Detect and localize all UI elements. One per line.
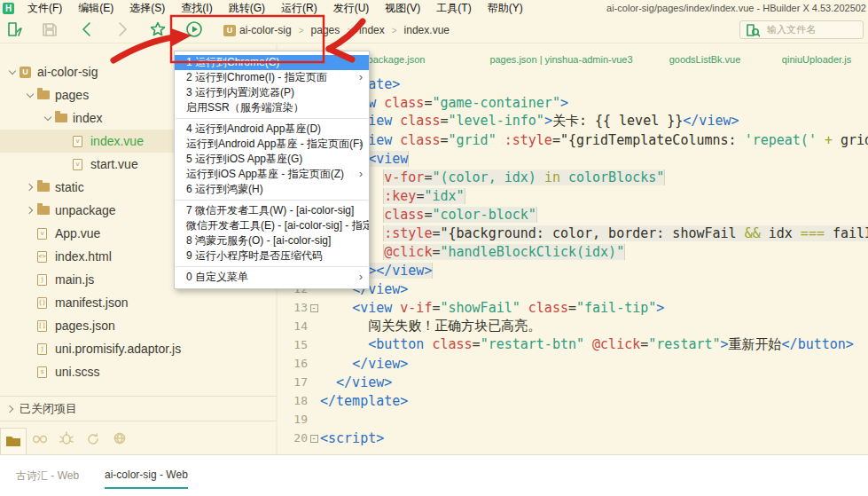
- forward-button[interactable]: [113, 20, 131, 38]
- chevron-right-icon: [4, 406, 18, 412]
- editor-tab[interactable]: pages.json | yinshua-admin-vue3: [481, 44, 642, 75]
- uniapp-project-icon[interactable]: U: [223, 25, 236, 36]
- menubar-item[interactable]: 视图(V): [377, 0, 428, 16]
- run-menu-item[interactable]: 5 运行到iOS App基座(G): [175, 152, 369, 167]
- code-line: 20-<script>: [279, 429, 868, 447]
- history-view-button[interactable]: [80, 431, 106, 445]
- chevron-down-icon[interactable]: [5, 71, 20, 74]
- run-menu-item[interactable]: 运行到iOS App基座 - 指定页面(Z)›: [175, 167, 369, 182]
- editor-tab[interactable]: goodsListBk.vue: [661, 44, 749, 75]
- run-play-icon: [185, 20, 203, 38]
- menubar-item[interactable]: 查找(I): [173, 0, 220, 16]
- run-menu-item[interactable]: 1 运行到Chrome(C): [175, 55, 369, 70]
- highlight-box: <view: [368, 151, 408, 167]
- sidebar-icon-strip: [0, 422, 278, 454]
- run-button[interactable]: [185, 20, 203, 38]
- code-text: <view v-if="showFail" class="fail-tip">: [320, 300, 868, 316]
- vue-icon: v: [73, 136, 90, 147]
- run-menu-item[interactable]: 3 运行到内置浏览器(P): [175, 85, 369, 100]
- save-button[interactable]: [41, 20, 59, 38]
- scss-icon: s: [37, 366, 55, 378]
- code-line: 13- <view v-if="showFail" class="fail-ti…: [279, 298, 868, 317]
- tree-item-label: pages.json: [55, 319, 115, 333]
- run-menu-item[interactable]: 4 运行到Android App基座(D): [175, 122, 369, 137]
- console-tab[interactable]: 古诗汇 - Web: [16, 468, 79, 490]
- breadcrumb-item[interactable]: pages: [311, 24, 340, 36]
- breadcrumb-item[interactable]: index: [359, 24, 385, 36]
- tree-item-label: pages: [55, 88, 89, 102]
- menubar-item[interactable]: 运行(R): [273, 0, 325, 16]
- run-menu-item[interactable]: 微信开发者工具(E) - [ai-color-sig] - 指定页面›: [175, 218, 369, 233]
- menubar-item[interactable]: 跳转(G): [221, 0, 273, 16]
- run-menu-item[interactable]: 9 运行小程序时是否压缩代码: [175, 248, 369, 264]
- highlight-box: :style="{background: color, border: show…: [384, 225, 868, 241]
- tree-item-pages-json[interactable]: []pages.json: [0, 314, 276, 337]
- web-view-button[interactable]: [106, 431, 133, 445]
- debug-view-button[interactable]: [53, 431, 80, 445]
- breadcrumb-item[interactable]: index.vue: [404, 24, 450, 36]
- run-dropdown-menu: 1 运行到Chrome(C)2 运行到Chrome(I) - 指定页面›3 运行…: [174, 51, 370, 289]
- editor-tab[interactable]: qiniuUploader.js: [767, 44, 866, 75]
- code-text: <script>: [320, 430, 868, 446]
- run-menu-item[interactable]: 启用SSR（服务端渲染）: [175, 100, 369, 115]
- menubar-item[interactable]: 文件(F): [20, 0, 70, 16]
- fold-marker-icon[interactable]: -: [308, 430, 320, 446]
- new-file-button[interactable]: [5, 20, 23, 38]
- back-button[interactable]: [78, 20, 96, 38]
- code-text: v-for="(color, idx) in colorBlocks": [320, 169, 868, 185]
- code-text: <view class="grid" :style="{gridTemplate…: [320, 132, 868, 148]
- save-icon: [41, 20, 59, 38]
- run-menu-item[interactable]: 6 运行到鸿蒙(H): [175, 182, 369, 197]
- menubar-item[interactable]: 帮助(Y): [480, 0, 531, 16]
- tree-item-uni-scss[interactable]: suni.scss: [0, 360, 276, 383]
- vue-icon: v: [37, 228, 55, 240]
- run-menu-item[interactable]: 7 微信开发者工具(W) - [ai-color-sig]: [175, 203, 369, 218]
- tree-item-label: unpackage: [55, 203, 116, 217]
- menu-items: 文件(F)编辑(E)选择(S)查找(I)跳转(G)运行(R)发行(U)视图(V)…: [20, 0, 531, 16]
- tree-item-uni-promisify-adaptor-js[interactable]: juni.promisify.adaptor.js: [0, 337, 276, 360]
- js-icon: j: [37, 274, 55, 286]
- run-menu-item[interactable]: 8 鸿蒙元服务(O) - [ai-color-sig]: [175, 233, 369, 248]
- search-placeholder: 输入文件名: [767, 23, 816, 36]
- tree-item-label: index.vue: [90, 134, 144, 148]
- search-view-button[interactable]: [27, 431, 53, 445]
- fold-marker-icon[interactable]: -: [308, 300, 320, 316]
- vue-icon: v: [73, 159, 90, 170]
- run-menu-item[interactable]: 0 自定义菜单›: [175, 270, 369, 285]
- project-view-tab[interactable]: [0, 428, 27, 454]
- breadcrumb: U ai-color-sig>pages>index>index.vue: [223, 24, 450, 36]
- chevron-down-icon[interactable]: [41, 117, 55, 120]
- chevron-right-icon[interactable]: [23, 208, 37, 213]
- code-text: @click="handleBlockClick(idx)": [320, 244, 868, 260]
- run-menu-item-label: 8 鸿蒙元服务(O) - [ai-color-sig]: [186, 234, 331, 247]
- menubar-item[interactable]: 发行(U): [325, 0, 378, 16]
- console-tab[interactable]: ai-color-sig - Web: [105, 468, 188, 489]
- folder-icon: [37, 183, 55, 192]
- code-text: ></view>: [320, 263, 868, 279]
- run-menu-item-label: 6 运行到鸿蒙(H): [186, 183, 263, 195]
- goto-file-search[interactable]: 输入文件名: [739, 20, 864, 39]
- menubar-item[interactable]: 工具(T): [428, 0, 479, 16]
- code-line: 14 闯关失败！正确方块已高亮。: [279, 317, 868, 335]
- closed-projects-row[interactable]: 已关闭项目: [0, 396, 278, 421]
- hbuilderx-window: H 文件(F)编辑(E)选择(S)查找(I)跳转(G)运行(R)发行(U)视图(…: [0, 0, 868, 496]
- highlight-box: v-for="(color, idx) in colorBlocks": [384, 169, 664, 185]
- run-menu-item[interactable]: 2 运行到Chrome(I) - 指定页面›: [175, 70, 369, 85]
- chevron-down-icon[interactable]: [23, 94, 37, 97]
- code-line: 15 <button class="restart-btn" @click="r…: [279, 335, 868, 354]
- tree-item-label: uni.promisify.adaptor.js: [55, 342, 181, 356]
- tree-item-label: manifest.json: [55, 295, 128, 310]
- code-text: <view class="level-info">关卡: {{ level }}…: [320, 113, 868, 130]
- new-file-icon: [5, 20, 23, 38]
- favorite-button[interactable]: [149, 20, 167, 38]
- status-bar: 古诗汇 - Webai-color-sig - Web: [0, 454, 868, 496]
- menubar-item[interactable]: 选择(S): [121, 0, 173, 16]
- code-text: </template>: [320, 393, 868, 409]
- chevron-right-icon[interactable]: [23, 185, 37, 190]
- code-text: <view: [320, 151, 868, 167]
- run-menu-item[interactable]: 运行到Android App基座 - 指定页面(F)›: [175, 137, 369, 152]
- breadcrumb-item[interactable]: ai-color-sig: [239, 24, 292, 36]
- code-text: 闯关失败！正确方块已高亮。: [320, 318, 868, 335]
- tree-item-manifest-json[interactable]: {}manifest.json: [0, 291, 276, 314]
- menubar-item[interactable]: 编辑(E): [70, 0, 121, 16]
